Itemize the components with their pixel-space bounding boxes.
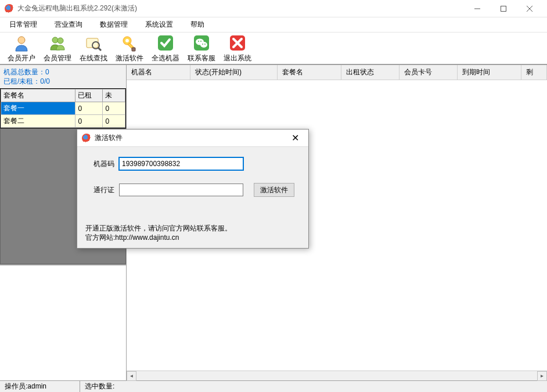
title-bar: 大金兔远程电脑出租系统2.292(未激活) <box>0 0 547 17</box>
dialog-app-icon <box>82 134 91 143</box>
svg-point-6 <box>57 38 63 44</box>
toolbar-activate[interactable]: 激活软件 <box>111 32 147 65</box>
col-package[interactable]: 套餐名 <box>278 65 341 80</box>
col-rent-status[interactable]: 出租状态 <box>341 65 400 80</box>
svg-line-9 <box>98 48 101 51</box>
svg-point-20 <box>202 44 203 45</box>
toolbar: 会员开户 会员管理 在线查找 激活软件 全选机器 联系客服 退出系统 <box>0 33 547 65</box>
svg-rect-1 <box>501 6 506 11</box>
search-icon <box>84 34 103 52</box>
sidebar-stats: 机器总数量：0 已租/未租：0/0 <box>0 65 126 88</box>
col-card[interactable]: 会员卡号 <box>400 65 458 80</box>
user-add-icon <box>12 34 31 52</box>
col-status[interactable]: 状态(开始时间) <box>190 65 278 80</box>
maximize-button[interactable] <box>490 1 516 17</box>
svg-point-17 <box>200 42 207 48</box>
window-title: 大金兔远程电脑出租系统2.292(未激活) <box>17 3 464 13</box>
close-button[interactable] <box>516 1 542 17</box>
sidebar-bottom-panel <box>0 264 126 380</box>
passport-label: 通行证 <box>89 185 114 195</box>
svg-point-21 <box>204 44 206 45</box>
app-icon <box>5 4 14 13</box>
dialog-title: 激活软件 <box>95 133 286 143</box>
activate-button[interactable]: 激活软件 <box>254 183 294 197</box>
key-icon <box>120 34 139 52</box>
stat-total: 机器总数量：0 <box>3 67 123 77</box>
toolbar-member-manage[interactable]: 会员管理 <box>39 32 75 65</box>
activate-dialog: 激活软件 ✕ 机器码 通行证 激活软件 开通正版激活软件，请访问官方网站联系客服… <box>77 129 309 249</box>
dialog-close-button[interactable]: ✕ <box>286 132 304 143</box>
minimize-button[interactable] <box>464 1 490 17</box>
check-icon <box>156 34 175 52</box>
exit-icon <box>228 34 247 52</box>
pkg-header-name[interactable]: 套餐名 <box>1 89 75 102</box>
toolbar-select-all[interactable]: 全选机器 <box>147 32 183 65</box>
table-row[interactable]: 套餐二 0 0 <box>1 115 125 128</box>
menu-bar: 日常管理 营业查询 数据管理 系统设置 帮助 <box>0 17 547 33</box>
official-site-link[interactable]: http://www.dajintu.cn <box>115 233 179 242</box>
col-expire[interactable]: 到期时间 <box>458 65 521 80</box>
passport-input[interactable] <box>119 184 243 196</box>
status-bar: 操作员:admin 选中数量: <box>0 380 547 392</box>
toolbar-online-search[interactable]: 在线查找 <box>75 32 111 65</box>
toolbar-exit[interactable]: 退出系统 <box>219 32 255 65</box>
col-remain[interactable]: 剩 <box>521 65 547 80</box>
dialog-body: 机器码 通行证 激活软件 <box>77 147 308 221</box>
svg-point-5 <box>52 37 58 43</box>
svg-point-4 <box>18 37 25 44</box>
footer-text2: 官方网站:http://www.dajintu.cn <box>85 233 300 242</box>
svg-point-11 <box>125 39 129 42</box>
table-row[interactable]: 套餐一 0 0 <box>1 102 125 115</box>
menu-business[interactable]: 营业查询 <box>51 18 86 31</box>
pkg-header-rented[interactable]: 已租 <box>75 89 103 102</box>
scroll-right-icon[interactable]: ► <box>537 371 547 381</box>
package-table[interactable]: 套餐名 已租 未 套餐一 0 0 套餐二 0 0 <box>0 88 126 128</box>
menu-daily[interactable]: 日常管理 <box>6 18 41 31</box>
stat-rented: 已租/未租：0/0 <box>3 77 123 86</box>
svg-point-19 <box>200 41 201 42</box>
machine-code-input[interactable] <box>119 157 243 170</box>
col-machine[interactable]: 机器名 <box>127 65 190 80</box>
toolbar-member-register[interactable]: 会员开户 <box>3 32 39 65</box>
machine-code-label: 机器码 <box>89 159 114 169</box>
svg-point-18 <box>198 41 199 42</box>
user-group-icon <box>48 34 67 52</box>
footer-text1: 开通正版激活软件，请访问官方网站联系客服。 <box>85 224 300 233</box>
scroll-left-icon[interactable]: ◄ <box>127 371 136 381</box>
toolbar-contact[interactable]: 联系客服 <box>183 32 219 65</box>
horizontal-scrollbar[interactable]: ◄ ► <box>127 371 547 380</box>
main-table-header: 机器名 状态(开始时间) 套餐名 出租状态 会员卡号 到期时间 剩 <box>127 65 547 80</box>
menu-help[interactable]: 帮助 <box>187 18 208 31</box>
pkg-header-free[interactable]: 未 <box>103 89 125 102</box>
menu-system[interactable]: 系统设置 <box>142 18 177 31</box>
dialog-title-bar[interactable]: 激活软件 ✕ <box>77 130 308 147</box>
svg-rect-13 <box>132 48 135 51</box>
dialog-footer: 开通正版激活软件，请访问官方网站联系客服。 官方网站:http://www.da… <box>77 221 308 248</box>
wechat-icon <box>192 34 211 52</box>
status-selected: 选中数量: <box>80 381 547 392</box>
menu-data[interactable]: 数据管理 <box>96 18 131 31</box>
status-operator: 操作员:admin <box>0 381 80 392</box>
window-controls <box>464 1 542 17</box>
